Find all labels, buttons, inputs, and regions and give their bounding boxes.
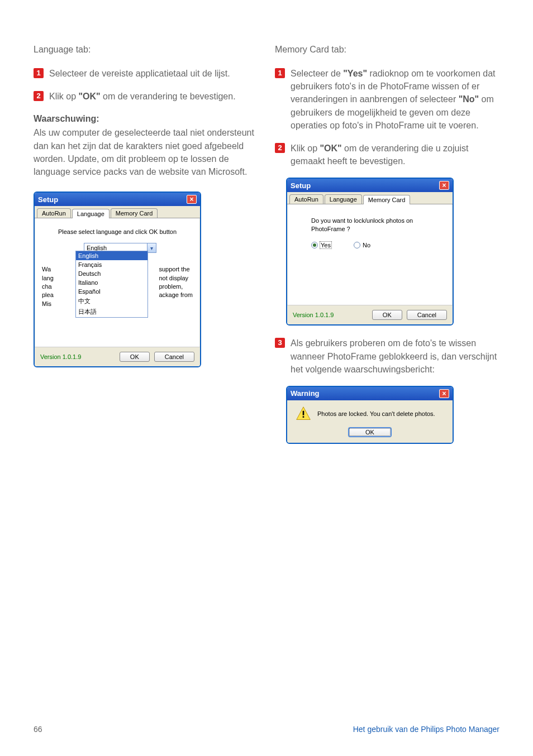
tab-memorycard[interactable]: Memory Card bbox=[363, 195, 411, 204]
left-step-1: 1 Selecteer de vereiste applicatietaal u… bbox=[34, 67, 258, 80]
tab-autorun[interactable]: AutoRun bbox=[37, 208, 71, 218]
memorycard-tab-heading: Memory Card tab: bbox=[275, 45, 499, 55]
dialog-titlebar: Setup × bbox=[287, 179, 453, 192]
step-text: Selecteer de "Yes" radioknop om te voork… bbox=[291, 67, 499, 132]
radio-no[interactable]: No bbox=[354, 242, 370, 248]
close-icon[interactable]: × bbox=[187, 195, 197, 204]
lang-option[interactable]: Español bbox=[76, 287, 147, 296]
step-text: Selecteer de vereiste applicatietaal uit… bbox=[49, 67, 230, 80]
step-number: 2 bbox=[34, 91, 44, 101]
cancel-button[interactable]: Cancel bbox=[154, 352, 194, 362]
step-number: 1 bbox=[275, 68, 285, 78]
svg-rect-1 bbox=[303, 411, 304, 415]
step-text: Als gebruikers proberen om de foto's te … bbox=[291, 337, 499, 376]
lang-option[interactable]: English bbox=[76, 251, 147, 260]
ok-button[interactable]: OK bbox=[120, 352, 150, 362]
right-step-1: 1 Selecteer de "Yes" radioknop om te voo… bbox=[275, 67, 499, 132]
tab-body-memorycard: Do you want to lock/unlock photos on Pho… bbox=[287, 204, 453, 305]
radio-icon bbox=[354, 242, 360, 248]
tab-row: AutoRun Language Memory Card bbox=[287, 192, 453, 204]
step-number: 1 bbox=[34, 68, 44, 78]
obscured-text-left: Wa lang cha plea Mis bbox=[42, 265, 54, 308]
footer-section: Het gebruik van de Philips Photo Manager bbox=[353, 725, 499, 734]
lang-option[interactable]: Deutsch bbox=[76, 269, 147, 278]
tab-memorycard[interactable]: Memory Card bbox=[111, 208, 158, 218]
lang-option[interactable]: 中文 bbox=[76, 296, 147, 307]
dialog-titlebar: Warning × bbox=[287, 387, 453, 400]
lang-option[interactable]: 日本語 bbox=[76, 307, 147, 317]
step-text: Klik op "OK" om de verandering te bevest… bbox=[49, 90, 236, 103]
step-number: 3 bbox=[275, 338, 285, 348]
warning-heading: Waarschuwing: bbox=[34, 114, 258, 124]
memorycard-question: Do you want to lock/unlock photos on Pho… bbox=[311, 217, 445, 233]
left-step-2: 2 Klik op "OK" om de verandering te beve… bbox=[34, 90, 258, 103]
step-text: Klik op "OK" om de verandering die u zoj… bbox=[291, 142, 499, 168]
radio-yes[interactable]: Yes bbox=[311, 242, 331, 248]
lang-option[interactable]: Français bbox=[76, 260, 147, 269]
page-number: 66 bbox=[34, 725, 42, 734]
radio-no-label: No bbox=[363, 242, 370, 248]
tab-row: AutoRun Language Memory Card bbox=[35, 206, 200, 218]
language-dropdown-list[interactable]: English Français Deutsch Italiano Españo… bbox=[75, 251, 148, 318]
ok-button[interactable]: OK bbox=[348, 427, 392, 437]
radio-yes-label: Yes bbox=[320, 242, 331, 248]
warning-body: Photos are locked. You can't delete phot… bbox=[287, 400, 453, 443]
warning-message: Photos are locked. You can't delete phot… bbox=[317, 410, 435, 417]
version-label: Version 1.0.1.9 bbox=[40, 353, 81, 360]
setup-dialog-memorycard: Setup × AutoRun Language Memory Card Do … bbox=[286, 178, 454, 326]
close-icon[interactable]: × bbox=[439, 181, 449, 190]
dialog-titlebar: Setup × bbox=[35, 193, 200, 206]
warning-icon bbox=[295, 406, 312, 422]
right-column: Memory Card tab: 1 Selecteer de "Yes" ra… bbox=[275, 45, 499, 455]
dialog-footer: Version 1.0.1.9 OK Cancel bbox=[287, 305, 453, 324]
tab-autorun[interactable]: AutoRun bbox=[289, 194, 323, 204]
cancel-button[interactable]: Cancel bbox=[407, 310, 447, 320]
warning-dialog: Warning × Photos are locked. You can't d… bbox=[286, 386, 454, 444]
language-tab-heading: Language tab: bbox=[34, 45, 258, 55]
radio-icon bbox=[311, 242, 318, 248]
dialog-title: Setup bbox=[38, 195, 58, 204]
close-icon[interactable]: × bbox=[439, 389, 449, 398]
right-step-2: 2 Klik op "OK" om de verandering die u z… bbox=[275, 142, 499, 168]
obscured-text-right: support the not display problem, ackage … bbox=[159, 265, 193, 300]
tab-body-language: Please select language and click OK butt… bbox=[35, 218, 200, 347]
ok-button[interactable]: OK bbox=[372, 310, 402, 320]
chevron-down-icon[interactable]: ▾ bbox=[147, 243, 156, 253]
tab-language[interactable]: Language bbox=[72, 209, 110, 218]
dialog-footer: Version 1.0.1.9 OK Cancel bbox=[35, 347, 200, 366]
warning-body: Als uw computer de geselecteerde taal ni… bbox=[34, 126, 258, 178]
right-step-3: 3 Als gebruikers proberen om de foto's t… bbox=[275, 337, 499, 376]
dialog-title: Setup bbox=[291, 181, 311, 190]
lang-option[interactable]: Italiano bbox=[76, 278, 147, 287]
language-prompt: Please select language and click OK butt… bbox=[42, 228, 193, 235]
setup-dialog-language: Setup × AutoRun Language Memory Card Ple… bbox=[34, 192, 201, 367]
svg-rect-2 bbox=[303, 416, 304, 418]
step-number: 2 bbox=[275, 143, 285, 153]
left-column: Language tab: 1 Selecteer de vereiste ap… bbox=[34, 45, 258, 455]
dialog-title: Warning bbox=[291, 389, 320, 398]
page-footer: 66 Het gebruik van de Philips Photo Mana… bbox=[34, 725, 499, 734]
tab-language[interactable]: Language bbox=[325, 194, 362, 204]
version-label: Version 1.0.1.9 bbox=[293, 312, 334, 318]
